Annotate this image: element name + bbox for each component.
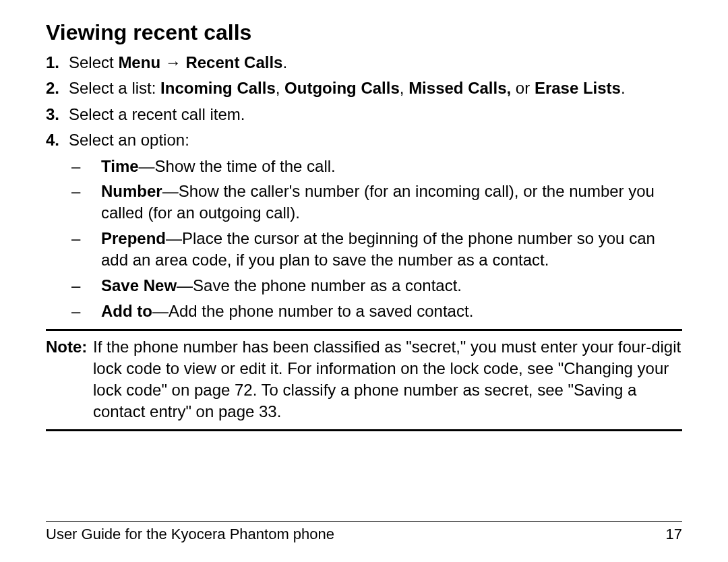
footer-page-number: 17	[666, 526, 682, 543]
note-block: Note: If the phone number has been class…	[46, 336, 682, 423]
instruction-step: 3.Select a recent call item.	[46, 104, 682, 125]
instruction-step: 2.Select a list: Incoming Calls, Outgoin…	[46, 77, 682, 99]
divider-bottom	[46, 429, 682, 431]
option-list: –Time—Show the time of the call.–Number—…	[71, 156, 682, 322]
dash-marker: –	[71, 301, 101, 322]
option-content: Save New—Save the phone number as a cont…	[101, 275, 682, 296]
step-content: Select an option:	[69, 129, 682, 151]
instruction-list: 1.Select Menu → Recent Calls.2.Select a …	[46, 52, 682, 322]
note-label: Note:	[46, 336, 93, 358]
option-content: Number—Show the caller's number (for an …	[101, 181, 682, 224]
option-item: –Add to—Add the phone number to a saved …	[71, 301, 682, 322]
option-item: –Save New—Save the phone number as a con…	[71, 275, 682, 296]
note-text: If the phone number has been classified …	[93, 336, 682, 423]
dash-marker: –	[71, 275, 101, 296]
option-content: Add to—Add the phone number to a saved c…	[101, 301, 682, 322]
option-item: –Number—Show the caller's number (for an…	[71, 181, 682, 224]
step-number: 4.	[46, 129, 69, 151]
dash-marker: –	[71, 228, 101, 249]
step-number: 2.	[46, 77, 69, 99]
step-number: 3.	[46, 104, 69, 125]
option-item: –Time—Show the time of the call.	[71, 156, 682, 177]
step-content: Select a list: Incoming Calls, Outgoing …	[69, 77, 682, 99]
step-content: Select Menu → Recent Calls.	[69, 52, 682, 73]
section-heading: Viewing recent calls	[46, 20, 682, 45]
divider-top	[46, 329, 682, 331]
footer-rule	[46, 521, 682, 522]
option-content: Time—Show the time of the call.	[101, 156, 682, 177]
option-content: Prepend—Place the cursor at the beginnin…	[101, 228, 682, 271]
instruction-step: 4.Select an option:	[46, 129, 682, 151]
dash-marker: –	[71, 156, 101, 177]
step-content: Select a recent call item.	[69, 104, 682, 125]
page-footer: User Guide for the Kyocera Phantom phone…	[46, 526, 682, 543]
option-item: –Prepend—Place the cursor at the beginni…	[71, 228, 682, 271]
dash-marker: –	[71, 181, 101, 202]
footer-left: User Guide for the Kyocera Phantom phone	[46, 526, 334, 543]
instruction-step: 1.Select Menu → Recent Calls.	[46, 52, 682, 73]
step-number: 1.	[46, 52, 69, 73]
